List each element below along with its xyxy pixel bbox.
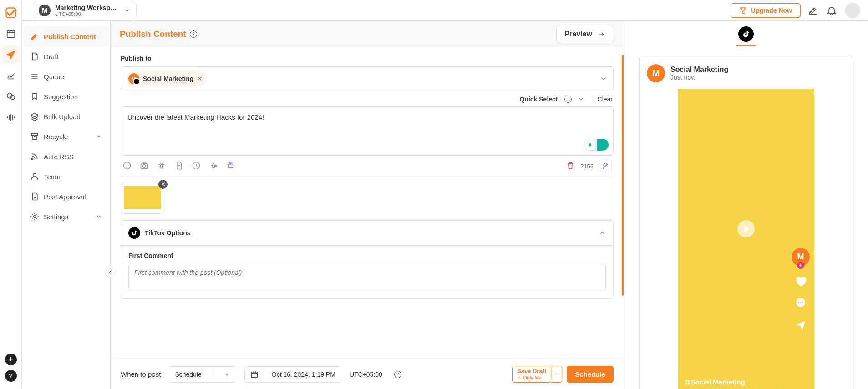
scrollbar[interactable] [622, 55, 624, 296]
upgrade-button[interactable]: Upgrade Now [731, 3, 801, 18]
datetime-value: Oct 16, 2024, 1:19 PM [272, 371, 335, 378]
sidebar-item-label: Recycle [44, 133, 68, 141]
layers-icon [30, 112, 39, 121]
info-icon[interactable]: ? [394, 371, 401, 378]
quick-select-button[interactable]: Quick Select [519, 96, 558, 103]
compose-icon[interactable] [808, 5, 819, 16]
attached-media-thumb[interactable]: ✕ [121, 183, 164, 214]
sidebar-item-team[interactable]: Team [24, 167, 108, 187]
sidebar-item-label: Post Approval [44, 193, 86, 201]
workspace-name: Marketing Workspa... [55, 4, 119, 11]
sidebar-item-suggestion[interactable]: Suggestion [24, 86, 108, 106]
svg-point-8 [589, 143, 591, 146]
rss-icon [30, 152, 39, 161]
chevron-down-icon[interactable] [578, 96, 584, 102]
content-editor[interactable]: Uncover the latest Marketing Hacks for 2… [121, 106, 614, 156]
svg-point-18 [798, 302, 799, 303]
datetime-picker[interactable]: Oct 16, 2024, 1:19 PM [244, 366, 341, 383]
clear-button[interactable]: Clear [598, 96, 613, 103]
nav-analytics-icon[interactable] [2, 66, 20, 85]
sidebar-item-settings[interactable]: Settings [24, 207, 108, 227]
content-text: Uncover the latest Marketing Hacks for 2… [127, 113, 607, 121]
play-icon [737, 220, 755, 237]
svg-point-11 [143, 164, 146, 167]
nav-listen-icon[interactable] [2, 108, 20, 126]
sidebar-item-bulk[interactable]: Bulk Upload [24, 106, 108, 126]
save-draft-button[interactable]: Save Draft Only Me [512, 366, 551, 382]
preview-button[interactable]: Preview [556, 25, 614, 43]
account-selector[interactable]: M Social Marketing ✕ [121, 66, 614, 91]
preview-user-name: Social Marketing [670, 66, 728, 74]
nav-calendar-icon[interactable] [2, 25, 20, 43]
info-icon[interactable]: i [564, 96, 572, 103]
divider [591, 96, 591, 103]
sidebar-item-queue[interactable]: Queue [24, 66, 108, 86]
char-count: 2156 [580, 163, 594, 170]
emoji-icon[interactable] [122, 161, 132, 172]
save-draft-dropdown[interactable] [551, 366, 562, 382]
add-button[interactable]: + [5, 354, 17, 365]
sidebar-item-label: Draft [44, 53, 59, 61]
svg-point-7 [34, 216, 36, 218]
archive-icon [30, 132, 39, 141]
collapse-sidebar-button[interactable] [105, 267, 116, 278]
svg-point-9 [124, 162, 131, 169]
workspace-tz: UTC+05:00 [55, 11, 119, 17]
tiktok-options-toggle[interactable]: TikTok Options [121, 221, 613, 246]
nav-publish-icon[interactable] [2, 45, 20, 64]
upgrade-label: Upgrade Now [751, 7, 792, 14]
gear-icon [30, 212, 39, 221]
svg-rect-15 [251, 372, 258, 377]
tiktok-mockup: M @Social Marketing Uncover the latest M… [678, 89, 814, 389]
magic-wand-icon[interactable] [599, 160, 612, 172]
sidebar-item-draft[interactable]: Draft [24, 46, 108, 66]
remove-media-icon[interactable]: ✕ [158, 180, 168, 189]
help-icon[interactable]: ? [190, 30, 197, 38]
chevron-down-icon [96, 133, 102, 140]
clock-icon[interactable] [192, 161, 201, 172]
trophy-icon [739, 6, 747, 15]
schedule-mode-value: Schedule [175, 371, 201, 378]
template-icon[interactable] [174, 161, 183, 172]
preview-time: Just now [670, 74, 728, 81]
plug-icon[interactable] [209, 161, 218, 172]
sidebar-item-label: Queue [44, 73, 64, 81]
mock-avatar: M [792, 248, 810, 266]
sidebar-item-publish[interactable]: Publish Content [24, 26, 108, 46]
ai-icon[interactable] [226, 161, 235, 172]
chevron-down-icon [96, 213, 102, 220]
preview-avatar: M [647, 64, 665, 82]
workspace-selector[interactable]: M Marketing Workspa... UTC+05:00 [33, 2, 137, 19]
sidebar-item-recycle[interactable]: Recycle [24, 126, 108, 147]
queue-icon [30, 72, 39, 81]
hashtag-icon[interactable] [157, 161, 166, 172]
user-icon [30, 172, 39, 181]
sidebar-item-label: Bulk Upload [44, 113, 81, 121]
arrow-right-icon [597, 31, 606, 37]
delete-icon[interactable] [566, 161, 575, 172]
user-icon [517, 375, 522, 380]
sidebar-item-label: Team [44, 173, 61, 181]
sidebar-item-label: Suggestion [44, 93, 78, 101]
grammarly-widget[interactable] [584, 139, 609, 151]
help-button[interactable]: ? [5, 370, 17, 382]
sidebar-item-rss[interactable]: Auto RSS [24, 147, 108, 167]
mock-handle: @Social Marketing [684, 378, 787, 386]
sidebar-item-approval[interactable]: Post Approval [24, 187, 108, 207]
remove-account-icon[interactable]: ✕ [197, 75, 203, 82]
first-comment-input[interactable]: First comment with the post (Optional) [128, 263, 606, 291]
svg-point-19 [800, 302, 802, 303]
calendar-icon [250, 370, 259, 379]
svg-rect-14 [228, 164, 233, 167]
schedule-mode-select[interactable]: Schedule [169, 366, 236, 383]
share-icon [794, 318, 807, 332]
user-avatar[interactable] [844, 2, 861, 19]
bell-icon[interactable] [826, 5, 837, 16]
nav-inbox-icon[interactable] [2, 87, 20, 106]
workspace-avatar: M [39, 5, 51, 16]
camera-icon[interactable] [140, 161, 149, 172]
sidebar-item-label: Auto RSS [44, 153, 74, 161]
publish-to-label: Publish to [121, 55, 614, 62]
preview-tab-tiktok[interactable] [738, 26, 754, 42]
schedule-button[interactable]: Schedule [567, 366, 614, 383]
